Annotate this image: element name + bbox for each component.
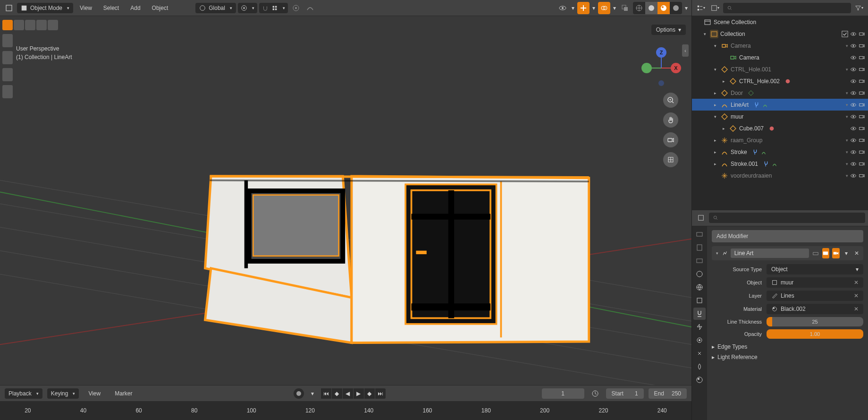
eye-icon[interactable] (850, 66, 857, 73)
play-reverse-icon[interactable]: ◀ (343, 388, 353, 399)
ptab-world-icon[interactable] (693, 281, 706, 293)
ptab-view-icon[interactable] (693, 255, 706, 267)
outliner-view-icon[interactable]: ▾ (709, 2, 721, 14)
start-frame-field[interactable]: Start 1 (606, 388, 644, 399)
ptab-scene-icon[interactable] (693, 268, 706, 280)
tree-row[interactable]: ▾CTRL_Hole.001▾ (692, 63, 868, 75)
funnel-icon[interactable]: ▾ (853, 2, 865, 14)
camera-render-icon[interactable] (859, 31, 865, 37)
proportional-edit-icon[interactable] (290, 2, 302, 14)
outliner-tree[interactable]: Scene Collection ▾ Collection ▾Camera▾Ca… (692, 16, 868, 210)
slider-line-thickness[interactable]: 25 (767, 317, 863, 326)
checkbox-icon[interactable] (842, 31, 848, 37)
eye-icon[interactable] (850, 102, 857, 108)
camera-render-icon[interactable] (859, 54, 865, 61)
camera-render-icon[interactable] (859, 90, 865, 96)
shading-solid-icon[interactable] (645, 2, 657, 14)
clear-icon[interactable]: ✕ (854, 292, 859, 299)
timeline-menu-view[interactable]: View (84, 388, 105, 399)
modifier-name-field[interactable] (731, 249, 809, 258)
shading-material-icon[interactable] (657, 2, 670, 14)
eye-icon[interactable] (850, 137, 857, 144)
jump-start-icon[interactable]: ⏮ (321, 388, 331, 399)
eye-icon[interactable] (850, 125, 857, 132)
shading-wire-icon[interactable] (633, 2, 645, 14)
field-object[interactable]: muur✕ (767, 277, 863, 288)
camera-render-icon[interactable] (859, 66, 865, 73)
outliner-search-input[interactable] (723, 3, 851, 13)
current-frame-field[interactable]: 1 (542, 388, 584, 399)
mod-edit-icon[interactable] (812, 248, 819, 258)
mod-extra-icon[interactable]: ▾ (843, 248, 850, 258)
overlay-toggle-icon[interactable] (598, 2, 610, 14)
xray-icon[interactable] (619, 2, 631, 14)
tree-row-collection[interactable]: ▾ Collection (692, 28, 868, 40)
tree-row[interactable]: ▸CTRL_Hole.002 (692, 75, 868, 87)
auto-key-icon[interactable] (294, 388, 304, 399)
playback-dropdown[interactable]: Playback▾ (5, 388, 42, 399)
ptab-data-icon[interactable] (693, 360, 706, 373)
eye-icon[interactable] (850, 54, 857, 61)
tree-row[interactable]: Camera (692, 51, 868, 63)
pivot-dropdown[interactable]: ▾ (238, 3, 257, 13)
ptab-render-icon[interactable] (693, 228, 706, 240)
end-frame-field[interactable]: End 250 (649, 388, 687, 399)
props-type-icon[interactable] (695, 212, 707, 224)
snap-dropdown[interactable]: ▾ (259, 3, 288, 13)
tree-row[interactable]: voordeurdraaien▾ (692, 170, 868, 181)
ptab-object-icon[interactable] (693, 294, 706, 307)
tree-row[interactable]: ▾muur▾ (692, 111, 868, 122)
proportional-curve-icon[interactable] (304, 2, 316, 14)
eye-icon[interactable] (850, 149, 857, 155)
mod-render-icon[interactable] (832, 248, 840, 258)
jump-end-icon[interactable]: ⏭ (375, 388, 386, 399)
ptab-material-icon[interactable] (693, 374, 706, 386)
camera-render-icon[interactable] (859, 113, 865, 120)
shading-rendered-icon[interactable] (670, 2, 682, 14)
tree-row[interactable]: ▸Stroke▾ (692, 146, 868, 158)
mode-dropdown[interactable]: Object Mode ▾ (17, 3, 73, 13)
3d-viewport[interactable]: Options ▾ ‹ User Perspective (1) Collect… (0, 16, 691, 385)
camera-render-icon[interactable] (859, 172, 865, 179)
clear-icon[interactable]: ✕ (854, 306, 859, 312)
mod-close-icon[interactable]: ✕ (853, 248, 860, 258)
camera-render-icon[interactable] (859, 149, 865, 155)
timeline-ruler[interactable]: 20 40 60 80 100 120 140 160 180 200 220 … (0, 401, 691, 420)
tree-row[interactable]: ▸Cube.007 (692, 122, 868, 134)
ptab-modifiers-icon[interactable] (693, 308, 706, 320)
eye-icon[interactable] (850, 172, 857, 179)
eye-icon[interactable] (850, 90, 857, 96)
ptab-output-icon[interactable] (693, 241, 706, 254)
camera-render-icon[interactable] (859, 137, 865, 144)
tree-row[interactable]: ▸Stroke.001▾ (692, 158, 868, 170)
ptab-fx-icon[interactable] (693, 321, 706, 333)
field-source-type[interactable]: Object▾ (767, 264, 863, 274)
camera-render-icon[interactable] (859, 102, 865, 108)
outliner-display-icon[interactable]: ▾ (695, 2, 707, 14)
eye-icon[interactable] (850, 113, 857, 120)
field-material[interactable]: Black.002✕ (767, 304, 863, 314)
field-layer[interactable]: Lines✕ (767, 291, 863, 301)
camera-render-icon[interactable] (859, 161, 865, 167)
menu-view[interactable]: View (75, 3, 97, 13)
section-light-reference[interactable]: ▸Light Reference (712, 352, 863, 362)
timeline-menu-marker[interactable]: Marker (110, 388, 137, 399)
mod-display-icon[interactable] (822, 248, 830, 258)
play-icon[interactable]: ▶ (354, 388, 364, 399)
tree-row[interactable]: ▸Door▾ (692, 87, 868, 99)
eye-icon[interactable] (850, 161, 857, 167)
ptab-constraints-icon[interactable] (693, 347, 706, 360)
slider-opacity[interactable]: 1.00 (767, 329, 863, 339)
ptab-physics-icon[interactable] (693, 334, 706, 346)
gizmo-toggle-icon[interactable] (577, 2, 590, 14)
camera-render-icon[interactable] (859, 125, 865, 132)
keyframe-next-icon[interactable]: ◆ (364, 388, 375, 399)
add-modifier-button[interactable]: Add Modifier (712, 230, 863, 242)
menu-object[interactable]: Object (147, 3, 173, 13)
eye-icon[interactable] (850, 43, 857, 49)
eye-icon[interactable] (850, 31, 857, 37)
keying-dropdown[interactable]: Keying▾ (47, 388, 79, 399)
frame-range-icon[interactable] (589, 387, 601, 400)
editor-type-icon[interactable] (3, 2, 15, 14)
tree-row[interactable]: ▾Camera▾ (692, 40, 868, 51)
